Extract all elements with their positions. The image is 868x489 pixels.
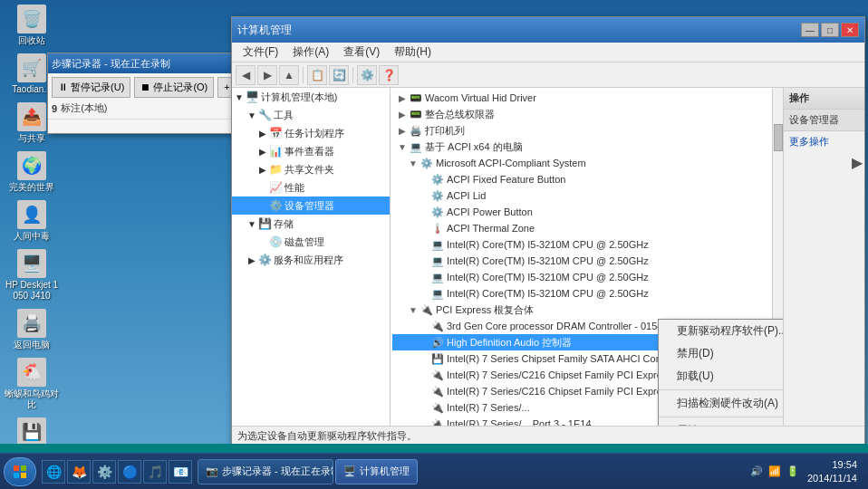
toolbar-sep1 [303,67,304,83]
icon-usb-stor[interactable]: 💾 usbstor.in... [5,417,59,444]
tree-root-label: 计算机管理(本地) [261,91,337,104]
tree-root-icon: 🖥️ [245,90,259,104]
tree-root[interactable]: ▼ 🖥️ 计算机管理(本地) [232,88,390,106]
tray-icon-1[interactable]: 🔊 [749,465,764,479]
dev-pci-root[interactable]: ▼ 🔌 PCI Express 根复合体 [392,302,781,318]
cm-maximize-button[interactable]: □ [821,23,839,37]
dev-cpu-4[interactable]: 💻 Intel(R) Core(TM) I5-3210M CPU @ 2.50G… [392,285,781,302]
toolbar-btn-help[interactable]: ❓ [379,65,399,85]
toolbar-btn-show[interactable]: 📋 [307,65,327,85]
cm-minimize-button[interactable]: — [801,23,819,37]
icon-chicken[interactable]: 🐔 蜥蜴和鸟鸡对比 [5,358,59,410]
intel-p2-label: Intel(R) 7 Series/... Port 3 - 1E14 [447,418,592,426]
desktop-pc-label: HP Deskjet 1050 J410 [5,280,59,302]
cm-taskbar-label: 计算机管理 [360,465,410,478]
ctx-disable[interactable]: 禁用(D) [659,342,783,365]
windows-logo-icon [14,465,26,478]
cm-right-more-actions[interactable]: 更多操作 [784,131,864,152]
toolbar-sep2 [352,67,353,83]
ctx-scan-hardware[interactable]: 扫描检测硬件改动(A) [659,392,783,415]
tree-tools-expand: ▼ [246,110,257,120]
menu-action[interactable]: 操作(A) [285,43,336,62]
tree-tools[interactable]: ▼ 🔧 工具 [232,106,390,124]
pause-record-button[interactable]: ⏸ 暂停记录(U) [52,77,130,98]
menu-view[interactable]: 查看(V) [336,43,387,62]
dev-ms-acpi[interactable]: ▼ ⚙️ Microsoft ACPI-Compliant System [392,155,781,171]
tree-devmgr-label: 设备管理器 [285,199,334,213]
step-note: 标注(本地) [61,101,107,115]
tray-icon-2[interactable]: 📶 [767,465,782,479]
taskbar-item-cm[interactable]: 🖥️ 计算机管理 [335,459,418,484]
perf-icon: 📈 [268,180,283,195]
dev-cpu-1[interactable]: 💻 Intel(R) Core(TM) I5-3210M CPU @ 2.50G… [392,236,781,253]
tree-shared-folders[interactable]: ▶ 📁 共享文件夹 [232,160,390,178]
dev-acpi-root[interactable]: ▼ 💻 基于 ACPI x64 的电脑 [392,139,781,155]
system-clock[interactable]: 19:54 2014/11/14 [804,458,861,484]
hda-label: High Definition Audio 控制器 [447,336,572,350]
quicklaunch-icon3[interactable]: ⚙️ [92,460,116,484]
cpu3-label: Intel(R) Core(TM) I5-3210M CPU @ 2.50GHz [447,272,649,283]
quicklaunch-ie[interactable]: 🌐 [42,460,65,484]
taskbar-item-steps-recorder[interactable]: 📷 步骤记录器 - 现在正在录制 [198,459,333,484]
dram-icon: 🔌 [430,319,445,333]
quicklaunch-icon6[interactable]: 📧 [169,460,192,484]
pci-root-icon: 🔌 [420,302,434,317]
tree-storage-label: 存储 [274,217,294,231]
intel-p1-label: Intel(R) 7 Series/... [447,402,530,413]
desktop: 🗑️ 回收站 🛒 Taodian... 📤 与共享 🌍 完美的世界 👤 人间中毒… [0,0,868,444]
toolbar-btn-props[interactable]: ⚙️ [357,65,377,85]
step-counter: 9 [52,103,57,114]
ms-acpi-label: Microsoft ACPI-Compliant System [436,158,586,168]
start-button[interactable] [4,457,36,486]
tree-disk-mgmt[interactable]: 💿 磁盘管理 [232,233,390,251]
cpu2-icon: 💻 [430,254,445,268]
menu-file[interactable]: 文件(F) [236,43,285,62]
world-icon: 🌍 [17,151,46,180]
menu-help[interactable]: 帮助(H) [387,43,439,62]
tree-services[interactable]: ▶ ⚙️ 服务和应用程序 [232,251,390,269]
dev-acpi-fixed[interactable]: ⚙️ ACPI Fixed Feature Button [392,171,781,187]
tree-tools-label: 工具 [274,109,294,122]
share-icon: 📤 [17,102,46,131]
tree-performance[interactable]: 📈 性能 [232,178,390,197]
toolbar-btn-back[interactable]: ◀ [236,65,256,85]
icon-desktop-pc[interactable]: 🖥️ HP Deskjet 1050 J410 [5,249,59,302]
wacom-expand: ▶ [396,93,409,103]
tree-storage[interactable]: ▼ 💾 存储 [232,215,390,233]
cm-device-tree-panel[interactable]: ▶ 📟 Wacom Virtual Hid Driver ▶ 📟 整合总线权限器… [391,88,783,426]
ctx-uninstall[interactable]: 卸载(U) [659,365,783,388]
toolbar-btn-refresh[interactable]: 🔄 [329,65,349,85]
toolbar-btn-up[interactable]: ▲ [279,65,299,85]
steps-title: 步骤记录器 - 现在正在录制 [52,57,170,71]
dev-wacom[interactable]: ▶ 📟 Wacom Virtual Hid Driver [392,90,781,106]
cpu1-label: Intel(R) Core(TM) I5-3210M CPU @ 2.50GHz [447,239,649,250]
icon-world[interactable]: 🌍 完美的世界 [5,151,59,193]
dev-cpu-3[interactable]: 💻 Intel(R) Core(TM) I5-3210M CPU @ 2.50G… [392,269,781,285]
ctx-update-driver[interactable]: 更新驱动程序软件(P)... [659,320,783,342]
context-menu: 更新驱动程序软件(P)... 禁用(D) 卸载(U) 扫描检测硬件改动(A) 属… [658,319,783,426]
quicklaunch-icon2[interactable]: 🦊 [67,460,91,484]
icon-recycle-bin[interactable]: 🗑️ 回收站 [5,5,59,46]
quicklaunch-icon4[interactable]: 🔵 [118,460,141,484]
tree-task-scheduler[interactable]: ▶ 📅 任务计划程序 [232,124,390,142]
dev-acpi-lid[interactable]: ⚙️ ACPI Lid [392,187,781,204]
dev-cpu-2[interactable]: 💻 Intel(R) Core(TM) I5-3210M CPU @ 2.50G… [392,253,781,269]
tree-device-manager[interactable]: ⚙️ 设备管理器 [232,197,390,215]
toolbar-btn-forward[interactable]: ▶ [257,65,277,85]
ctx-properties[interactable]: 属性(R) [659,419,783,426]
scrollbar-thumb[interactable] [774,124,783,151]
tray-icon-3[interactable]: 🔋 [786,465,800,479]
dev-acpi-thermal[interactable]: 🌡️ ACPI Thermal Zone [392,220,781,236]
icon-person[interactable]: 👤 人间中毒 [5,200,59,242]
stop-record-button[interactable]: ⏹ 停止记录(O) [134,77,214,98]
task-icon: 📅 [268,126,283,140]
icon-hp-printer[interactable]: 🖨️ 返回电脑 [5,309,59,350]
tree-event-viewer[interactable]: ▶ 📊 事件查看器 [232,142,390,160]
quicklaunch-icon5[interactable]: 🎵 [143,460,167,484]
dev-bus[interactable]: ▶ 📟 整合总线权限器 [392,106,781,122]
share-label: 与共享 [18,133,45,144]
event-icon: 📊 [268,144,283,158]
cm-close-button[interactable]: ✕ [841,23,859,37]
dev-acpi-power[interactable]: ⚙️ ACPI Power Button [392,204,781,220]
dev-printer[interactable]: ▶ 🖨️ 打印机列 [392,122,781,139]
